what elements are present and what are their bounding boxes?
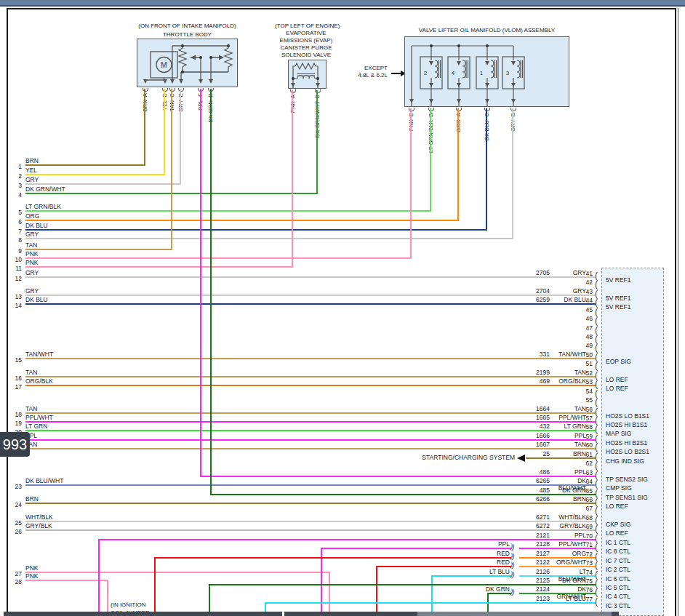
row-number: 1 (9, 163, 22, 170)
wire-color-label: TAN (25, 369, 37, 376)
row-number: 16 (9, 375, 22, 382)
terminal-label-group: DLT GRN/BLK (427, 113, 436, 153)
splice-feed-color-label: RED (476, 559, 510, 566)
row-number: 11 (9, 265, 22, 272)
horizontal-scrollbar-segment[interactable] (612, 612, 619, 616)
horizontal-scrollbar-segment[interactable] (284, 612, 417, 616)
horizontal-scrollbar-segment[interactable] (417, 612, 612, 616)
row-number: 6 (9, 218, 22, 225)
pin-wire-color-label: BRN (553, 495, 586, 503)
evap-name-line: CANISTER PURGE (275, 44, 337, 52)
ignition-coil-note-line: (IN IGNITION (111, 601, 145, 609)
circuit-number: 486 (509, 468, 550, 476)
wire-pin-64 (25, 484, 596, 486)
wire-vertical (486, 108, 487, 231)
wire-pin-66 (25, 503, 596, 504)
circuit-number: 2125 (509, 577, 550, 584)
row-number: 28 (9, 578, 22, 585)
splice-feed-wire (377, 566, 511, 567)
wire-vertical (180, 89, 181, 185)
horizontal-scrollbar-segment[interactable] (4, 612, 282, 616)
wire-color-label: PNK (25, 250, 38, 257)
pin-signal-label: MAP SIG (606, 430, 631, 437)
wire-row-5 (25, 210, 431, 212)
pin-wire-color-label: PPL/WHT (553, 540, 586, 548)
throttle-body-location-label: (ON FRONT OF INTAKE MANIFOLD) (137, 23, 238, 30)
wire-vertical (107, 580, 108, 616)
pin-wire-color-label: ORG/BLK (553, 377, 586, 385)
wire-color-label: PNK (25, 259, 38, 266)
pin-number: 47 (577, 324, 593, 332)
wire-color-label: GRY (25, 269, 39, 276)
row-number: 8 (9, 236, 22, 244)
wire-row-27 (25, 572, 330, 573)
pin-signal-label: IC 1 CTL (606, 539, 630, 546)
wire-vertical (210, 89, 212, 495)
throttle-body-name: THROTTLE BODY (137, 31, 238, 39)
wire-color-label: YEL (25, 167, 37, 174)
splice-feed-color-label: LT BLU (476, 568, 510, 575)
row-number: 3 (9, 182, 22, 189)
terminal-label-group: CDK BLU (483, 113, 492, 140)
evap-name-line: EMISSIONS (EVAP) (275, 37, 337, 44)
wire-color-label: BRN (25, 157, 39, 164)
terminal-label-group: APNK (289, 95, 298, 113)
terminal-letter: A (141, 93, 150, 97)
circuit-number: 6272 (509, 522, 550, 529)
pin-signal-label: EOP SIG (606, 358, 631, 365)
pin-wire-color-label: PPL/WHT (553, 414, 586, 421)
wire-pin-58 (25, 430, 596, 431)
wire-color-label: WHT/BLK (25, 513, 53, 521)
pin-signal-label: 5V REF1 (606, 276, 631, 284)
wire-pin-44 (25, 303, 596, 305)
wire-color-label: DK BLU (25, 296, 48, 303)
pin-number: 54 (577, 388, 593, 395)
wire-color-label: PPL/WHT (25, 414, 53, 421)
circuit-number: 2704 (509, 287, 550, 295)
page-border-top (7, 8, 676, 9)
circuit-number: 1664 (509, 405, 550, 412)
pin-number: 62 (577, 460, 593, 467)
circuit-number: 331 (509, 351, 550, 358)
pin-signal-label: HO2S HI B2S1 (606, 439, 647, 447)
terminal-label-group: EGRY (177, 93, 186, 112)
pin-wire-color-label: ORG/WHT (553, 559, 586, 566)
wire-pin-77 (265, 602, 596, 604)
terminal-wire-color-label: TAN (168, 100, 177, 111)
wire-pin-69 (25, 529, 596, 531)
wire-pin-61 (526, 457, 596, 459)
pin-signal-label: 5V REF1 (606, 303, 631, 311)
row-number: 14 (9, 302, 22, 309)
pin-wire-color-label: ORG (553, 550, 586, 557)
terminal-letter: A (289, 95, 297, 98)
vlom-except-note-line: EXCEPT (342, 65, 388, 72)
wire-vertical (457, 108, 459, 221)
circuit-number: 1665 (509, 414, 550, 421)
wire-vertical (430, 108, 431, 212)
terminal-wire-color-label: PNK (289, 101, 297, 113)
pin-wire-color-label: PPL (553, 468, 586, 476)
terminal-label-group: BGRY (509, 113, 518, 132)
pin-number: 48 (577, 333, 593, 340)
terminal-label-group: EPNK (407, 113, 417, 131)
wire-color-label: ORG (25, 212, 39, 220)
terminal-wire-color-label: PNK (407, 119, 416, 131)
splice-feed-wire-vertical (431, 575, 433, 616)
row-number: 12 (9, 275, 22, 282)
wire-pin-41 (25, 276, 596, 278)
splice-feed-wire (432, 575, 511, 577)
terminal-letter: E (177, 93, 185, 97)
vlom-assembly-box (404, 36, 569, 107)
pin-wire-color-label: BRN (553, 450, 586, 457)
row-number: 25 (9, 519, 22, 527)
pin-signal-label: 5V REF1 (606, 295, 631, 302)
wire-color-label: PNK (25, 572, 38, 580)
terminal-letter: B (509, 113, 518, 116)
circuit-number: 2123 (509, 595, 550, 602)
wire-color-label: LT GRN/BLK (25, 203, 61, 210)
wire-color-label: GRY (25, 287, 39, 295)
wire-row-8 (25, 238, 513, 239)
wire-vertical (512, 108, 513, 239)
pin-number: 45 (577, 306, 593, 313)
pin-signal-label: CMP SIG (606, 484, 632, 492)
